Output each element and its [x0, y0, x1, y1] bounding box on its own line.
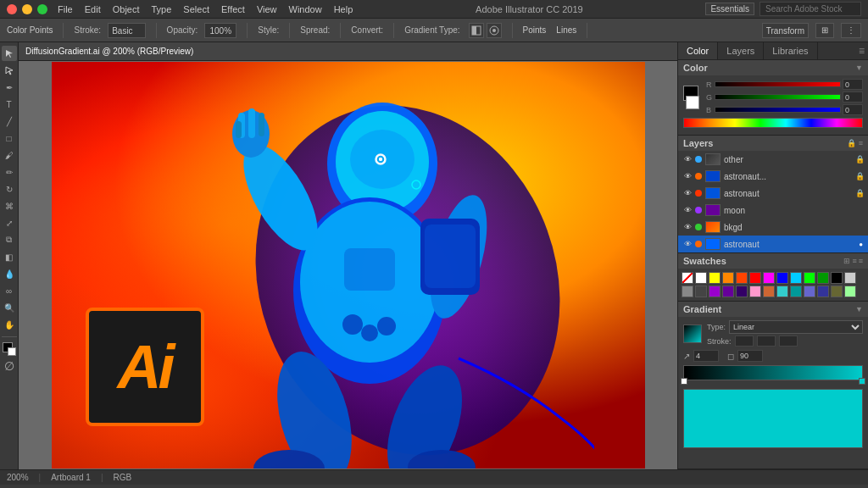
maximize-button[interactable]: [37, 4, 47, 14]
pencil-tool[interactable]: ✏: [2, 164, 17, 180]
tab-layers[interactable]: Layers: [718, 42, 764, 59]
swatch-gray3[interactable]: [695, 286, 707, 297]
swatch-orange2[interactable]: [736, 272, 748, 284]
gradient-large-swatch[interactable]: [683, 389, 863, 448]
swatch-navy[interactable]: [817, 286, 829, 297]
swatches-panel-header[interactable]: Swatches ⊞ ≡ ≡: [678, 253, 868, 269]
swatch-blue[interactable]: [776, 272, 788, 284]
rectangle-tool[interactable]: □: [2, 130, 17, 146]
swatch-pink[interactable]: [749, 286, 761, 297]
rotate-tool[interactable]: ↻: [2, 181, 17, 197]
pen-tool[interactable]: ✒: [2, 80, 17, 95]
menu-file[interactable]: File: [58, 4, 73, 14]
menu-effect[interactable]: Effect: [221, 4, 245, 14]
free-transform-tool[interactable]: ⧉: [2, 232, 17, 247]
swatch-green[interactable]: [804, 272, 815, 284]
gradient-type-icon1[interactable]: [469, 23, 484, 38]
menu-type[interactable]: Type: [152, 4, 172, 14]
tab-color[interactable]: Color: [678, 42, 718, 59]
layer-options-icon[interactable]: ≡: [859, 139, 863, 147]
layer-eye-astronaut1[interactable]: 👁: [682, 170, 693, 182]
gradient-stop-left[interactable]: [681, 378, 687, 385]
minimize-button[interactable]: [22, 4, 32, 14]
paintbrush-tool[interactable]: 🖌: [2, 147, 17, 163]
swatch-magenta[interactable]: [763, 272, 775, 284]
layers-panel-header[interactable]: Layers 🔒 ≡: [678, 136, 868, 151]
swatch-indigo[interactable]: [804, 286, 815, 297]
menu-object[interactable]: Object: [113, 4, 140, 14]
zoom-tool[interactable]: 🔍: [2, 300, 17, 315]
selection-tool[interactable]: [2, 46, 17, 61]
layer-lock-other[interactable]: 🔒: [855, 155, 865, 164]
color-r-input[interactable]: [843, 79, 863, 90]
opacity-value[interactable]: 100%: [204, 23, 236, 38]
gradient-preview-swatch[interactable]: [683, 324, 702, 343]
layer-eye-bkgd[interactable]: 👁: [682, 221, 693, 233]
gradient-stop-right[interactable]: [859, 378, 865, 385]
swatch-purple2[interactable]: [722, 286, 734, 297]
layer-item-moon1[interactable]: 👁 moon: [678, 202, 868, 219]
gradient-type-select[interactable]: Linear Radial: [729, 320, 863, 334]
layer-item-bkgd[interactable]: 👁 bkgd: [678, 219, 868, 236]
swatch-lime[interactable]: [844, 286, 856, 297]
layer-item-other[interactable]: 👁 other 🔒: [678, 151, 868, 168]
layer-lock-icon[interactable]: 🔒: [847, 139, 856, 147]
gradient-panel-header[interactable]: Gradient ▼: [678, 302, 868, 317]
essentials-label[interactable]: Essentials: [705, 3, 754, 15]
swatch-olive[interactable]: [831, 286, 843, 297]
swatch-gray1[interactable]: [844, 272, 856, 284]
layer-eye-other[interactable]: 👁: [682, 153, 693, 165]
search-stock-input[interactable]: Search Adobe Stock: [760, 2, 861, 16]
swatch-none[interactable]: [682, 272, 693, 284]
eyedropper-tool[interactable]: 💧: [2, 266, 17, 281]
layer-item-astronaut2[interactable]: 👁 astronaut 🔒: [678, 185, 868, 202]
gradient-type-icon2[interactable]: [487, 23, 502, 38]
swatch-darkgreen[interactable]: [817, 272, 829, 284]
line-tool[interactable]: ╱: [2, 114, 17, 129]
none-color[interactable]: ∅: [2, 358, 17, 374]
close-button[interactable]: [7, 4, 17, 14]
artboard[interactable]: Ai: [19, 61, 677, 469]
fill-color[interactable]: [2, 341, 17, 357]
arrange-button[interactable]: ⋮: [841, 23, 861, 38]
swatch-orange1[interactable]: [722, 272, 734, 284]
color-panel-header[interactable]: Color ▼: [678, 60, 868, 75]
gradient-tool[interactable]: ◧: [2, 249, 17, 264]
swatch-teal1[interactable]: [776, 286, 788, 297]
swatch-purple3[interactable]: [736, 286, 748, 297]
color-g-input[interactable]: [843, 92, 863, 103]
type-tool[interactable]: T: [2, 97, 17, 112]
menu-select[interactable]: Select: [183, 4, 209, 14]
gradient-stroke-input1[interactable]: [735, 336, 754, 347]
menu-view[interactable]: View: [257, 4, 277, 14]
swatches-grid-icon[interactable]: ⊞: [843, 257, 850, 265]
layer-item-astronaut1[interactable]: 👁 astronaut... 🔒: [678, 168, 868, 185]
gradient-stroke-input2[interactable]: [757, 336, 776, 347]
color-b-input[interactable]: [843, 104, 863, 115]
swatch-purple1[interactable]: [709, 286, 721, 297]
menu-edit[interactable]: Edit: [85, 4, 101, 14]
swatch-brown1[interactable]: [763, 286, 775, 297]
panel-menu-icon[interactable]: ≡: [859, 45, 865, 57]
transform-label[interactable]: Transform: [762, 23, 809, 38]
menu-help[interactable]: Help: [334, 4, 353, 14]
align-button[interactable]: ⊞: [815, 23, 834, 38]
swatch-white[interactable]: [695, 272, 707, 284]
swatch-gray2[interactable]: [682, 286, 693, 297]
canvas-tab-label[interactable]: DiffusionGradient.ai @ 200% (RGB/Preview…: [25, 47, 193, 56]
hand-tool[interactable]: ✋: [2, 317, 17, 332]
swatch-teal2[interactable]: [790, 286, 802, 297]
tab-libraries[interactable]: Libraries: [764, 42, 817, 59]
layer-lock-a1[interactable]: 🔒: [855, 172, 865, 180]
layer-eye-astronaut2[interactable]: 👁: [682, 187, 693, 199]
stroke-swatch[interactable]: [686, 96, 699, 109]
scale-tool[interactable]: ⤢: [2, 215, 17, 230]
gradient-bar[interactable]: [683, 365, 863, 380]
lines-label[interactable]: Lines: [556, 25, 576, 35]
color-spectrum[interactable]: [683, 118, 863, 128]
gradient-opacity-input[interactable]: [737, 350, 763, 362]
swatches-list-icon[interactable]: ≡: [852, 257, 856, 265]
layer-lock-a2[interactable]: 🔒: [855, 189, 865, 197]
swatches-menu-icon[interactable]: ≡: [859, 257, 863, 265]
blend-tool[interactable]: ∞: [2, 283, 17, 298]
